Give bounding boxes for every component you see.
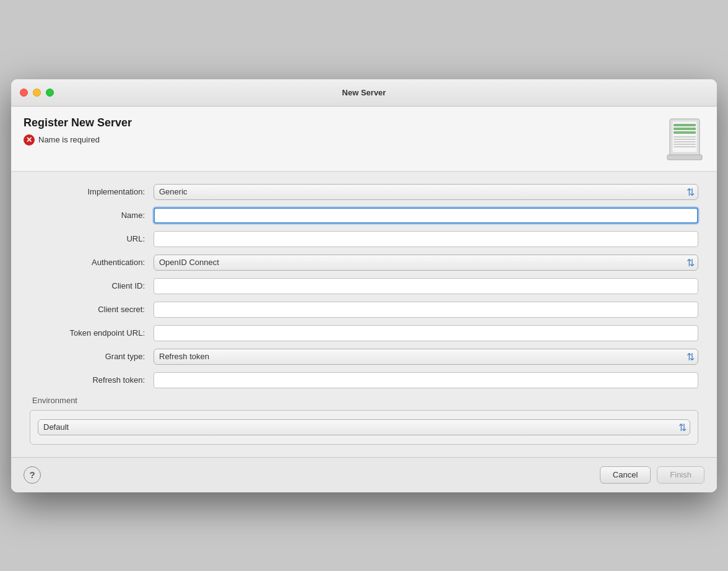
svg-rect-7: [674, 141, 696, 142]
authentication-row: Authentication: OpenID Connect Basic Tok…: [30, 255, 698, 271]
error-icon: ✕: [24, 134, 35, 146]
name-row: Name:: [30, 207, 698, 224]
grant-type-select[interactable]: Refresh token Client credentials: [154, 349, 698, 365]
token-endpoint-control: [154, 325, 698, 341]
help-button[interactable]: ?: [24, 466, 41, 484]
maximize-button[interactable]: [46, 89, 54, 97]
svg-rect-2: [674, 124, 696, 126]
implementation-select[interactable]: Generic: [154, 184, 698, 200]
token-endpoint-input[interactable]: [154, 325, 698, 341]
client-secret-label: Client secret:: [30, 305, 154, 314]
authentication-select-wrapper: OpenID Connect Basic Token ⇅: [154, 255, 698, 271]
server-icon: [665, 116, 704, 161]
error-message: Name is required: [38, 135, 100, 144]
grant-type-control: Refresh token Client credentials ⇅: [154, 349, 698, 365]
error-row: ✕ Name is required: [24, 134, 132, 146]
implementation-select-wrapper: Generic ⇅: [154, 184, 698, 200]
svg-rect-9: [674, 146, 696, 147]
grant-type-label: Grant type:: [30, 352, 154, 361]
minimize-button[interactable]: [33, 89, 41, 97]
cancel-button[interactable]: Cancel: [600, 466, 651, 484]
client-id-input[interactable]: [154, 278, 698, 294]
close-button[interactable]: [20, 89, 28, 97]
url-input[interactable]: [154, 231, 698, 247]
implementation-control: Generic ⇅: [154, 184, 698, 200]
svg-rect-6: [674, 139, 696, 140]
svg-rect-5: [674, 136, 696, 137]
authentication-control: OpenID Connect Basic Token ⇅: [154, 255, 698, 271]
token-endpoint-row: Token endpoint URL:: [30, 325, 698, 341]
url-control: [154, 231, 698, 247]
environment-select[interactable]: Default Production Development: [38, 419, 690, 435]
environment-section-label: Environment: [30, 396, 698, 405]
svg-rect-4: [674, 131, 696, 134]
footer-buttons: Cancel Finish: [600, 466, 704, 484]
main-window: New Server Register New Server ✕ Name is…: [11, 79, 717, 492]
finish-button: Finish: [657, 466, 704, 484]
authentication-label: Authentication:: [30, 258, 154, 267]
environment-select-wrapper: Default Production Development ⇅: [38, 419, 690, 435]
client-secret-input[interactable]: [154, 302, 698, 318]
implementation-label: Implementation:: [30, 187, 154, 196]
name-control: [154, 207, 698, 224]
token-endpoint-label: Token endpoint URL:: [30, 328, 154, 338]
footer-section: ? Cancel Finish: [11, 457, 717, 492]
url-row: URL:: [30, 231, 698, 247]
implementation-row: Implementation: Generic ⇅: [30, 184, 698, 200]
refresh-token-control: [154, 372, 698, 388]
authentication-select[interactable]: OpenID Connect Basic Token: [154, 255, 698, 271]
url-label: URL:: [30, 234, 154, 243]
environment-section: Environment Default Production Developme…: [30, 396, 698, 445]
refresh-token-input[interactable]: [154, 372, 698, 388]
header-left: Register New Server ✕ Name is required: [24, 116, 132, 146]
client-id-label: Client ID:: [30, 281, 154, 290]
header-section: Register New Server ✕ Name is required: [11, 107, 717, 172]
client-secret-control: [154, 302, 698, 318]
name-input[interactable]: [154, 207, 698, 224]
grant-type-select-wrapper: Refresh token Client credentials ⇅: [154, 349, 698, 365]
svg-rect-3: [674, 128, 696, 130]
page-title: Register New Server: [24, 116, 132, 129]
svg-rect-10: [667, 155, 702, 160]
client-secret-row: Client secret:: [30, 302, 698, 318]
window-title: New Server: [342, 88, 386, 97]
content-section: Implementation: Generic ⇅ Name: URL:: [11, 172, 717, 457]
client-id-control: [154, 278, 698, 294]
name-label: Name:: [30, 211, 154, 220]
traffic-lights: [20, 89, 54, 97]
title-bar: New Server: [11, 79, 717, 107]
grant-type-row: Grant type: Refresh token Client credent…: [30, 349, 698, 365]
refresh-token-row: Refresh token:: [30, 372, 698, 388]
client-id-row: Client ID:: [30, 278, 698, 294]
refresh-token-label: Refresh token:: [30, 375, 154, 385]
environment-box: Default Production Development ⇅: [30, 410, 698, 445]
svg-rect-8: [674, 144, 696, 145]
